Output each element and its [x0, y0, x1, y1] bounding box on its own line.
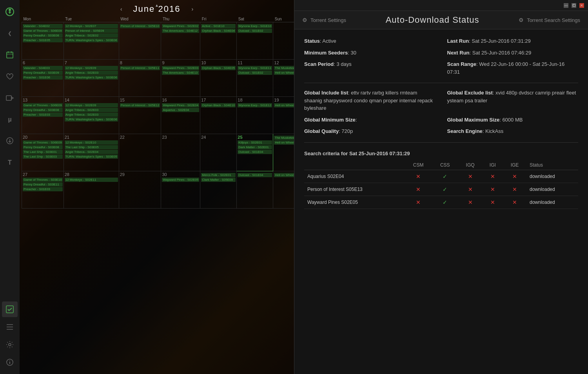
info-icon[interactable]	[2, 354, 18, 370]
heart-icon[interactable]	[2, 69, 18, 84]
nav-collapse-icon[interactable]: ❮	[2, 25, 18, 41]
show-item[interactable]: Penny Dreadful - S03E08	[23, 33, 63, 38]
show-item[interactable]: Clark Mafler - S05E09	[201, 178, 236, 182]
check-list-icon[interactable]	[2, 301, 18, 317]
show-item[interactable]: The Americans - S04E13	[162, 71, 199, 75]
show-item[interactable]: Angie Tribeca - S02E02	[65, 33, 118, 38]
show-item[interactable]: Hell on Wheels - S05E09	[274, 103, 294, 107]
calendar-day[interactable]: 1412 Monkeys - S02E09Angie Tribeca - S02…	[64, 97, 119, 134]
calendar-day[interactable]: 17Orphan Black - S04E10	[200, 97, 237, 134]
show-item[interactable]: Outcast - S01E02	[238, 71, 272, 75]
show-item[interactable]: The Americans - S04E12	[162, 29, 199, 33]
search-settings-link[interactable]: ⚙ Torrent Search Settings	[519, 17, 580, 23]
show-item[interactable]: Person of Interest - S05E11	[120, 66, 160, 70]
show-item[interactable]: Hell on Wheels - S05E11	[274, 173, 294, 177]
calendar-day[interactable]: 9Wayward Pines - S02E03The Americans - S…	[161, 60, 200, 97]
show-item[interactable]: Penny Dreadful - S03E08	[23, 108, 63, 112]
show-item[interactable]: Person of Interest - S05E10	[120, 24, 160, 28]
calendar-day[interactable]: The Musketeers - S03E03Hell on Wheels - …	[273, 134, 294, 171]
restore-button[interactable]: ⧠	[572, 3, 576, 8]
list-icon[interactable]	[2, 319, 18, 335]
show-item[interactable]: Aquarius - S02E04	[162, 108, 199, 112]
calendar-day[interactable]: 16Wayward Pines - S02E04Aquarius - S02E0…	[161, 97, 200, 134]
show-item[interactable]: Hell on Wheels - S05E11	[274, 140, 294, 145]
calendar-day[interactable]: Hell on Wheels - S05E11	[273, 171, 294, 209]
collapse-calendar-button[interactable]: ▲	[155, 3, 159, 7]
show-item[interactable]: Valander - S04E03	[23, 66, 63, 70]
calendar-day[interactable]: 2812 Monkeys - S02E11	[64, 171, 119, 209]
show-item[interactable]: TURN: Washington's Spies - S03E06	[65, 117, 118, 122]
show-item[interactable]: Person of Interest - S05E09	[65, 29, 118, 33]
show-item[interactable]: Orphan Black - S04E05	[201, 66, 236, 70]
calendar-day[interactable]: 712 Monkeys - S02E09Angie Tribeca - S02E…	[64, 60, 119, 97]
show-item[interactable]: Wynona Earp - S01E11	[238, 66, 272, 70]
show-item[interactable]: Preacher - S01E03	[23, 187, 63, 191]
calendar-day[interactable]: Wynona Earp - S01E10Outcast - S01E02	[237, 22, 273, 60]
show-item[interactable]: Angie Tribeca - S02E04	[65, 150, 118, 154]
calendar-day[interactable]: 2112 Monkeys - S02E10The Last Ship - S03…	[64, 134, 119, 171]
calendar-day[interactable]: 12The Musketeers - S03E02Hell on Wheels …	[273, 60, 294, 97]
show-item[interactable]: 12 Monkeys - S02E11	[65, 178, 118, 182]
show-item[interactable]: Game of Thrones - S03E10	[23, 178, 63, 182]
show-item[interactable]: Game of Thrones - S06E09	[23, 29, 63, 33]
show-item[interactable]: Penny Dreadful - S03E11	[23, 182, 63, 187]
show-item[interactable]: Active - S01E10	[201, 24, 236, 28]
show-item[interactable]: Game of Thrones - S06E09	[23, 140, 63, 145]
show-item[interactable]: TURN: Washington's Spies - S03E05	[65, 154, 118, 159]
calendar-day[interactable]: 19Hell on Wheels - S05E09	[273, 97, 294, 134]
show-item[interactable]: Outcast - S01E02	[238, 29, 272, 33]
calendar-day[interactable]: 24	[200, 134, 237, 171]
show-item[interactable]: Wynona Earp - S01E10	[238, 24, 272, 28]
calendar-day[interactable]: Person of Interest - S05E10	[119, 22, 161, 60]
show-item[interactable]: TURN: Washington's Spies - S03E06	[65, 38, 118, 42]
show-item[interactable]: Killjoys - S02E01	[238, 140, 272, 145]
show-item[interactable]: 12 Monkeys - S02E10	[65, 140, 118, 145]
show-item[interactable]: 12 Monkeys - S02E09	[65, 103, 118, 107]
calendar-day[interactable]: 30Wayward Pines - S02E05	[161, 171, 200, 209]
show-item[interactable]: Outcast - S01E04	[238, 173, 272, 177]
show-item[interactable]: Wayward Pines - S02E05	[162, 178, 199, 182]
calendar-day[interactable]: 12 Monkeys - S02E07Person of Interest - …	[64, 22, 119, 60]
show-item[interactable]: Penny Dreadful - S03E09	[23, 71, 63, 75]
show-item[interactable]: Preacher - S01E03	[23, 113, 63, 117]
show-item[interactable]: Game of Thrones - S06E09	[23, 103, 63, 107]
text-icon[interactable]: T	[2, 155, 18, 171]
calendar-day[interactable]: Valander - S04E02Game of Thrones - S06E0…	[22, 22, 64, 60]
minimize-button[interactable]: —	[564, 3, 568, 8]
show-item[interactable]: 12 Monkeys - S02E09	[65, 66, 118, 70]
show-item[interactable]: Angie Tribeca - S02E03	[65, 71, 118, 75]
calendar-day[interactable]: 15Person of Interest - S05E12	[119, 97, 161, 134]
calendar-day[interactable]: 27Game of Thrones - S03E10Penny Dreadful…	[22, 171, 64, 209]
show-item[interactable]: Angie Tribeca - S02E03	[65, 108, 118, 112]
calendar-day[interactable]: 11Wynona Earp - S01E11Outcast - S01E02	[237, 60, 273, 97]
calendar-day[interactable]: Wayward Pines - S02E02The Americans - S0…	[161, 22, 200, 60]
next-month-button[interactable]: ›	[188, 5, 196, 13]
show-item[interactable]: The Musketeers - S03E03	[274, 136, 294, 140]
show-item[interactable]: Wayward Pines - S02E04	[162, 103, 199, 107]
calendar-day[interactable]: 20Game of Thrones - S06E09Penny Dreadful…	[22, 134, 64, 171]
calendar-day[interactable]: 13Game of Thrones - S06E09Penny Dreadful…	[22, 97, 64, 134]
show-item[interactable]: Penny Dreadful - S03E08	[23, 145, 63, 149]
show-item[interactable]: Wayward Pines - S02E02	[162, 24, 199, 28]
close-button[interactable]: ✕	[579, 3, 584, 8]
show-item[interactable]: The Last Ship - S03E03	[23, 154, 63, 159]
show-item[interactable]: Person of Interest - S05E12	[120, 103, 160, 107]
calendar-day[interactable]: 25Killjoys - S02E01Dark Matter - S02E01O…	[237, 134, 273, 171]
download-icon[interactable]	[2, 133, 18, 149]
show-item[interactable]: Mercs Folk - S02E01	[201, 173, 236, 177]
calendar-day[interactable]: Active - S01E10Orphan Black - S04E04	[200, 22, 237, 60]
show-item[interactable]: Orphan Black - S04E04	[201, 29, 236, 33]
video-icon[interactable]	[2, 90, 18, 106]
show-item[interactable]: Outcast - S01E04	[238, 150, 272, 154]
show-item[interactable]: Hell on Wheels - S05E08	[274, 71, 294, 75]
show-item[interactable]: Dark Matter - S02E01	[238, 145, 272, 149]
show-item[interactable]: Wayward Pines - S02E03	[162, 66, 199, 70]
show-item[interactable]: The Last Ship - S03E05	[65, 145, 118, 149]
show-item[interactable]: TURN: Washington's Spies - S03E06	[65, 75, 118, 80]
show-item[interactable]: Valander - S04E02	[23, 24, 63, 28]
settings-icon[interactable]	[2, 337, 18, 352]
show-item[interactable]: Wynona Earp - S01E12	[238, 103, 272, 107]
show-item[interactable]: Preacher - S01E05	[23, 38, 63, 42]
show-item[interactable]: Preacher - S01E06	[23, 75, 63, 80]
calendar-day[interactable]: Outcast - S01E04	[237, 171, 273, 209]
